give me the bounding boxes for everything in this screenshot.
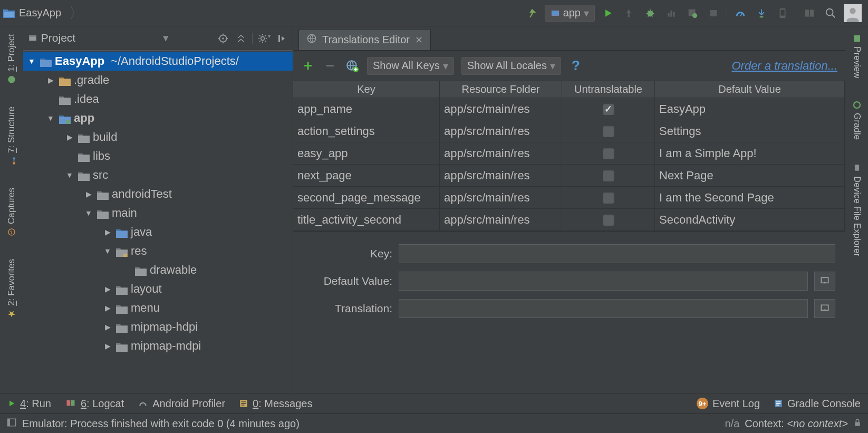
table-row[interactable]: second_page_messageapp/src/main/resI am …: [293, 187, 845, 209]
tree-node[interactable]: ▼EasyApp~/AndroidStudioProjects/: [23, 52, 293, 71]
twisty-icon[interactable]: ▼: [26, 57, 37, 65]
tree-node[interactable]: .idea: [23, 90, 293, 109]
cell-untranslatable[interactable]: [562, 209, 655, 230]
avd-manager-icon[interactable]: [775, 5, 790, 21]
twisty-icon[interactable]: ▶: [102, 342, 113, 350]
cell-default[interactable]: Settings: [655, 120, 845, 142]
table-row[interactable]: app_nameapp/src/main/resEasyApp: [293, 98, 845, 120]
keys-filter-dropdown[interactable]: Show All Keys ▾: [367, 57, 454, 75]
cell-untranslatable[interactable]: [562, 165, 655, 186]
tree-node[interactable]: ▶mipmap-hdpi: [23, 317, 293, 336]
tree-node[interactable]: ▶build: [23, 128, 293, 147]
cell-default[interactable]: I am the Second Page: [655, 187, 845, 208]
cell-folder[interactable]: app/src/main/res: [440, 209, 562, 230]
tree-node[interactable]: ▼res: [23, 242, 293, 261]
col-untranslatable[interactable]: Untranslatable: [562, 81, 655, 98]
tree-node[interactable]: ▶mipmap-mdpi: [23, 336, 293, 355]
cell-key[interactable]: action_settings: [293, 120, 440, 142]
cell-key[interactable]: easy_app: [293, 142, 440, 164]
table-row[interactable]: easy_appapp/src/main/resI am a Simple Ap…: [293, 142, 845, 165]
remove-key-icon[interactable]: −: [323, 59, 337, 73]
twisty-icon[interactable]: ▼: [83, 209, 94, 217]
make-project-icon[interactable]: [524, 5, 539, 21]
cell-key[interactable]: app_name: [293, 98, 440, 120]
twisty-icon[interactable]: ▶: [83, 190, 94, 198]
gear-icon[interactable]: ▾: [257, 33, 271, 44]
rail-item-gradle[interactable]: Gradle: [851, 97, 863, 143]
profile-icon[interactable]: [663, 5, 679, 21]
gradle-console-tool-window[interactable]: Gradle Console: [774, 398, 861, 410]
twisty-icon[interactable]: ▶: [102, 304, 113, 312]
open-editor-icon[interactable]: [814, 299, 835, 318]
cell-folder[interactable]: app/src/main/res: [440, 120, 562, 142]
col-resource-folder[interactable]: Resource Folder: [440, 81, 562, 98]
tool-windows-toggle-icon[interactable]: [6, 418, 17, 430]
user-avatar[interactable]: [844, 4, 862, 22]
cell-untranslatable[interactable]: [562, 120, 655, 142]
twisty-icon[interactable]: ▶: [102, 228, 113, 236]
tree-node[interactable]: libs: [23, 147, 293, 166]
tree-node[interactable]: ▶.gradle: [23, 71, 293, 90]
twisty-icon[interactable]: ▶: [64, 133, 75, 141]
cell-key[interactable]: next_page: [293, 165, 440, 186]
logcat-tool-window[interactable]: 6: Logcat: [65, 398, 124, 410]
twisty-icon[interactable]: ▼: [64, 171, 75, 179]
twisty-icon[interactable]: ▶: [102, 323, 113, 331]
globe-add-icon[interactable]: [345, 59, 360, 73]
cell-key[interactable]: title_activity_second: [293, 209, 440, 230]
tree-node[interactable]: ▼main: [23, 204, 293, 223]
project-view-selector[interactable]: Project ▾: [27, 32, 212, 45]
project-tree[interactable]: ▼EasyApp~/AndroidStudioProjects/▶.gradle…: [23, 51, 293, 414]
detail-default-input[interactable]: [399, 272, 808, 291]
search-icon[interactable]: [823, 5, 838, 21]
cell-folder[interactable]: app/src/main/res: [440, 142, 562, 164]
checkbox[interactable]: [603, 214, 614, 226]
rail-item-1-project[interactable]: 1: Project: [5, 31, 18, 88]
twisty-icon[interactable]: ▶: [102, 285, 113, 293]
tree-node[interactable]: ▶androidTest: [23, 185, 293, 204]
checkbox[interactable]: [603, 170, 614, 181]
help-icon[interactable]: ?: [568, 59, 583, 73]
col-default-value[interactable]: Default Value: [655, 81, 845, 98]
cell-default[interactable]: SecondActivity: [655, 209, 845, 230]
run-tool-window[interactable]: 4: Run: [7, 398, 51, 410]
messages-tool-window[interactable]: 0: Messages: [239, 398, 312, 410]
locales-filter-dropdown[interactable]: Show All Locales ▾: [461, 57, 561, 75]
checkbox[interactable]: [603, 103, 614, 115]
col-key[interactable]: Key: [293, 81, 440, 98]
detail-key-input[interactable]: [399, 244, 835, 263]
breadcrumb[interactable]: EasyApp 〉: [3, 5, 84, 21]
order-translation-link[interactable]: Order a translation...: [731, 59, 837, 73]
cell-default[interactable]: I am a Simple App!: [655, 142, 845, 164]
locate-icon[interactable]: [216, 33, 230, 44]
rail-item-7-structure[interactable]: 7: Structure: [5, 103, 18, 169]
rail-item-captures[interactable]: Captures: [5, 185, 18, 240]
status-context[interactable]: Context: <no context>: [745, 418, 848, 430]
twisty-icon[interactable]: ▼: [45, 114, 56, 122]
close-icon[interactable]: ✕: [415, 34, 423, 46]
cell-untranslatable[interactable]: [562, 142, 655, 164]
collapse-all-icon[interactable]: [234, 34, 248, 43]
tree-node[interactable]: drawable: [23, 261, 293, 280]
detail-translation-input[interactable]: [399, 299, 808, 318]
cell-untranslatable[interactable]: [562, 187, 655, 208]
cell-folder[interactable]: app/src/main/res: [440, 98, 562, 120]
cell-key[interactable]: second_page_message: [293, 187, 440, 208]
layout-icon[interactable]: [802, 5, 817, 21]
lock-icon[interactable]: [853, 417, 862, 430]
cell-default[interactable]: EasyApp: [655, 98, 845, 120]
twisty-icon[interactable]: ▶: [45, 76, 56, 84]
open-editor-icon[interactable]: [814, 272, 835, 291]
table-row[interactable]: action_settingsapp/src/main/resSettings: [293, 120, 845, 142]
gauge-icon[interactable]: [732, 5, 748, 21]
download-icon[interactable]: [754, 5, 769, 21]
table-row[interactable]: title_activity_secondapp/src/main/resSec…: [293, 209, 845, 231]
tree-node[interactable]: ▶menu: [23, 299, 293, 317]
cell-folder[interactable]: app/src/main/res: [440, 187, 562, 208]
attach-debugger-icon[interactable]: [684, 5, 700, 21]
event-log-tool-window[interactable]: 9+ Event Log: [697, 398, 760, 410]
tree-node[interactable]: ▶layout: [23, 280, 293, 299]
checkbox[interactable]: [603, 192, 614, 204]
rail-item-preview[interactable]: Preview: [851, 31, 863, 81]
profiler-tool-window[interactable]: Android Profiler: [138, 398, 225, 410]
